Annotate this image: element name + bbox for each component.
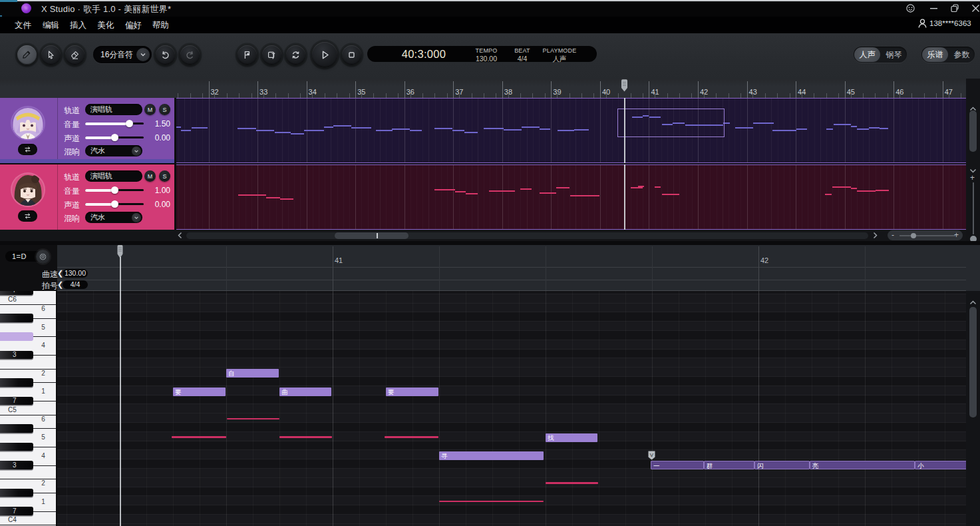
pr-tempo-value[interactable]: 130.00 bbox=[63, 269, 88, 278]
toggle-voice-piano[interactable]: 人声钢琴 bbox=[854, 47, 907, 63]
pr-timesig-value[interactable]: 4/4 bbox=[63, 280, 88, 289]
slider-knob[interactable] bbox=[111, 200, 118, 208]
grid-row bbox=[57, 340, 966, 349]
play-button[interactable] bbox=[312, 42, 337, 67]
track-swap-singer-button[interactable] bbox=[18, 144, 37, 155]
piano-key-black[interactable]: 7 bbox=[0, 507, 33, 515]
loop-button[interactable] bbox=[286, 45, 305, 65]
restore-button[interactable] bbox=[950, 3, 960, 13]
note-自[interactable]: 自 bbox=[226, 369, 279, 378]
track-name-field[interactable]: 演唱轨 bbox=[85, 104, 142, 115]
piano-key-black[interactable] bbox=[0, 314, 33, 322]
slider-knob[interactable] bbox=[126, 120, 133, 127]
track-avatar-purple-girl[interactable] bbox=[11, 106, 45, 140]
note-一[interactable]: 一 bbox=[651, 461, 704, 469]
menu-item-偏好[interactable]: 偏好 bbox=[125, 20, 142, 31]
cursor-tool-button[interactable] bbox=[41, 45, 61, 65]
feedback-face-icon[interactable] bbox=[905, 3, 915, 13]
minimize-button[interactable] bbox=[929, 3, 939, 13]
toggle-score-params[interactable]: 乐谱参数 bbox=[921, 47, 975, 63]
note-闪[interactable]: 闪 bbox=[754, 461, 810, 469]
piano-key-black[interactable] bbox=[0, 378, 33, 387]
toggle-option-钢琴[interactable]: 钢琴 bbox=[881, 47, 907, 62]
zoom-out-minus[interactable]: - bbox=[892, 230, 894, 240]
vscroll-thumb[interactable] bbox=[969, 307, 977, 417]
track-avatar-brown-girl[interactable] bbox=[11, 172, 45, 207]
piano-key-black[interactable]: 7 bbox=[0, 291, 33, 295]
tracks-playhead-handle[interactable] bbox=[621, 79, 628, 92]
chevron-down-icon[interactable] bbox=[132, 146, 141, 156]
piano-key-black[interactable]: 3 bbox=[0, 461, 33, 469]
piano-key-black[interactable] bbox=[0, 424, 33, 433]
hscroll-track[interactable] bbox=[186, 232, 868, 239]
grid-vline bbox=[279, 291, 280, 526]
lyric-mark-button[interactable] bbox=[262, 45, 281, 65]
pianoroll-grid[interactable]: 要自曲要寻找一群闪亮小V bbox=[57, 291, 966, 526]
piano-key-highlighted[interactable] bbox=[0, 332, 33, 341]
slider-knob[interactable] bbox=[111, 134, 118, 141]
mute-button[interactable]: M bbox=[144, 104, 156, 115]
gear-icon[interactable] bbox=[36, 250, 50, 264]
phrase-marker[interactable]: V bbox=[648, 451, 655, 461]
tracks-zoom-control[interactable]: -+ bbox=[888, 230, 963, 240]
volume-slider[interactable] bbox=[85, 118, 144, 129]
note-要[interactable]: 要 bbox=[173, 388, 226, 396]
note-value-dropdown[interactable]: 16分音符 bbox=[93, 46, 152, 63]
track-content-1[interactable] bbox=[176, 98, 966, 163]
zoom-in-plus[interactable]: + bbox=[954, 230, 959, 240]
reverb-dropdown[interactable]: 汽水 bbox=[85, 145, 142, 156]
marker-flag-button[interactable] bbox=[238, 45, 257, 65]
menu-item-帮助[interactable]: 帮助 bbox=[152, 20, 169, 31]
midi-note-dash bbox=[304, 130, 324, 131]
reverb-dropdown[interactable]: 汽水 bbox=[85, 212, 142, 223]
track-vzoom-plus[interactable]: + bbox=[970, 173, 975, 182]
chevron-down-icon[interactable] bbox=[132, 213, 141, 222]
note-寻[interactable]: 寻 bbox=[439, 451, 544, 460]
undo-button[interactable] bbox=[156, 45, 175, 65]
toggle-option-人声[interactable]: 人声 bbox=[854, 47, 880, 62]
toggle-option-参数[interactable]: 参数 bbox=[949, 47, 975, 62]
piano-key-black[interactable] bbox=[0, 443, 33, 451]
redo-button[interactable] bbox=[180, 45, 200, 65]
solo-button[interactable]: S bbox=[159, 104, 170, 115]
eraser-tool-button[interactable] bbox=[65, 45, 84, 65]
close-button[interactable] bbox=[971, 3, 980, 13]
scroll-right-arrow[interactable] bbox=[872, 232, 878, 240]
piano-key-black[interactable]: 3 bbox=[0, 351, 33, 360]
pan-slider[interactable] bbox=[85, 198, 144, 210]
stop-button[interactable] bbox=[342, 45, 361, 65]
menu-item-插入[interactable]: 插入 bbox=[70, 20, 86, 31]
hscroll-thumb[interactable] bbox=[335, 232, 408, 239]
user-account[interactable]: 138****6363 bbox=[918, 19, 971, 28]
track-name-field[interactable]: 演唱轨 bbox=[85, 170, 142, 182]
piano-key-black[interactable] bbox=[0, 489, 33, 497]
vscroll-thumb[interactable] bbox=[969, 111, 977, 152]
note-要[interactable]: 要 bbox=[386, 388, 438, 396]
solo-button[interactable]: S bbox=[159, 170, 170, 182]
track-swap-singer-button[interactable] bbox=[18, 210, 37, 222]
mute-button[interactable]: M bbox=[144, 170, 156, 182]
pencil-tool-button[interactable] bbox=[17, 45, 37, 65]
pianoroll-playhead-handle[interactable] bbox=[117, 245, 123, 258]
tracks-ruler[interactable]: 32333435363738394041424344454647 bbox=[0, 79, 980, 98]
menu-item-文件[interactable]: 文件 bbox=[15, 20, 31, 31]
note-亮[interactable]: 亮 bbox=[810, 461, 915, 469]
track-grid-line bbox=[539, 98, 540, 163]
note-找[interactable]: 找 bbox=[546, 433, 597, 442]
piano-key-black[interactable]: 7 bbox=[0, 397, 33, 405]
note-群[interactable]: 群 bbox=[704, 461, 754, 469]
xstudio-window: X Studio · 歌手 1.0 - 美丽新世界* 文件编辑插入美化偏好帮助 … bbox=[0, 0, 980, 526]
slider-knob[interactable] bbox=[111, 186, 118, 194]
piano-keyboard[interactable]: 7C66543217C56543217C46 bbox=[0, 291, 56, 526]
menu-item-编辑[interactable]: 编辑 bbox=[43, 20, 59, 31]
pan-slider[interactable] bbox=[85, 132, 144, 143]
menu-item-美化[interactable]: 美化 bbox=[97, 20, 114, 31]
note-小[interactable]: 小 bbox=[915, 461, 966, 469]
volume-slider[interactable] bbox=[85, 184, 144, 196]
note-曲[interactable]: 曲 bbox=[279, 388, 331, 396]
track-content-2[interactable] bbox=[176, 164, 966, 230]
toggle-option-乐谱[interactable]: 乐谱 bbox=[922, 47, 948, 62]
chevron-down-icon[interactable] bbox=[136, 48, 150, 61]
scroll-left-arrow[interactable] bbox=[177, 232, 183, 240]
zoom-slider-knob[interactable] bbox=[911, 233, 916, 238]
